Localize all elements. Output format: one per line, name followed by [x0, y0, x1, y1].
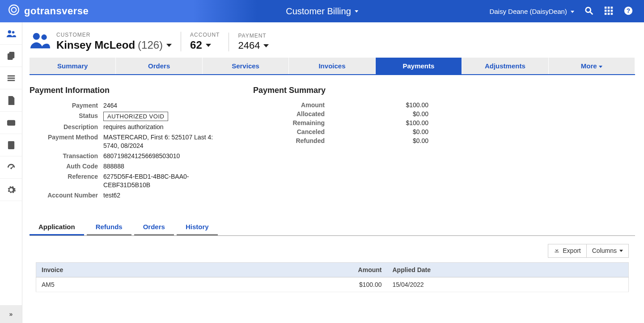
- table-toolbar: Export Columns: [36, 244, 629, 258]
- svg-rect-9: [611, 9, 613, 12]
- info-row: Descriptionrequires authorization: [30, 123, 226, 131]
- summary-value: $0.00: [325, 128, 432, 135]
- chevron-down-icon: [355, 10, 358, 13]
- svg-rect-6: [611, 6, 613, 8]
- chevron-down-icon: [599, 66, 602, 68]
- info-value: MASTERCARD, First 6: 525107 Last 4: 5740…: [103, 133, 226, 150]
- search-button[interactable]: [584, 6, 594, 17]
- table-row[interactable]: AM5$100.0015/04/2022: [36, 277, 629, 292]
- summary-row: Refunded$0.00: [253, 137, 432, 144]
- info-label: Description: [30, 123, 103, 131]
- customer-id: (126): [138, 39, 163, 51]
- info-value: 2464: [103, 101, 226, 110]
- col-amount[interactable]: Amount: [334, 262, 387, 277]
- nav-dashboard[interactable]: [0, 156, 22, 179]
- apps-button[interactable]: [604, 6, 614, 17]
- subtab-history[interactable]: History: [177, 218, 218, 235]
- nav-customers[interactable]: [0, 22, 22, 45]
- summary-row: Allocated$0.00: [253, 110, 432, 117]
- chevron-down-icon: [166, 44, 172, 47]
- apps-grid-icon: [604, 6, 614, 17]
- info-row: Payment2464: [30, 101, 226, 110]
- summary-label: Amount: [253, 101, 325, 109]
- cell-amount: $100.00: [334, 277, 387, 292]
- info-label: Auth Code: [30, 162, 103, 171]
- info-label: Account Number: [30, 191, 103, 200]
- tab-services[interactable]: Services: [203, 58, 289, 74]
- summary-row: Amount$100.00: [253, 101, 432, 109]
- info-row: Account Numbertest62: [30, 191, 226, 200]
- tab-invoices[interactable]: Invoices: [289, 58, 375, 74]
- svg-rect-5: [608, 6, 610, 8]
- summary-value: $100.00: [325, 119, 432, 126]
- tab-label: Payments: [402, 62, 434, 70]
- tab-summary[interactable]: Summary: [30, 58, 116, 74]
- customer-name: Kinsey McLeod: [56, 39, 135, 51]
- info-value: test62: [103, 191, 226, 200]
- brand[interactable]: gotransverse: [0, 4, 97, 18]
- svg-text:?: ?: [627, 7, 630, 14]
- svg-rect-10: [605, 13, 607, 15]
- info-row: Payment MethodMASTERCARD, First 6: 52510…: [30, 133, 226, 150]
- help-button[interactable]: ?: [623, 6, 633, 17]
- nav-settings[interactable]: [0, 179, 22, 201]
- subtab-orders[interactable]: Orders: [134, 218, 174, 235]
- summary-label: Refunded: [253, 137, 325, 144]
- summary-row: Canceled$0.00: [253, 128, 432, 135]
- account-selector[interactable]: 62: [190, 39, 220, 51]
- tab-label: Orders: [148, 62, 170, 70]
- subtab-application[interactable]: Application: [30, 218, 84, 235]
- subtab-refunds[interactable]: Refunds: [87, 218, 131, 235]
- svg-point-0: [9, 5, 19, 15]
- user-menu[interactable]: Daisy Deane (DaisyDean): [489, 8, 574, 15]
- tab-label: Adjustments: [485, 62, 525, 70]
- main-tabs: Summary Orders Services Invoices Payment…: [30, 58, 635, 75]
- help-icon: ?: [623, 6, 633, 17]
- user-display: Daisy Deane (DaisyDean): [489, 8, 567, 15]
- subtab-label: Orders: [143, 223, 165, 231]
- info-row: Reference6275D5F4-EBD1-4B8C-BAA0-CEBF31D…: [30, 172, 226, 189]
- svg-rect-26: [8, 141, 14, 149]
- info-value: requires authorization: [103, 123, 226, 131]
- summary-value: $0.00: [325, 110, 432, 117]
- svg-rect-19: [7, 75, 15, 76]
- main-content: CUSTOMER Kinsey McLeod (126) ACCOUNT 62 …: [22, 22, 644, 323]
- context-header: CUSTOMER Kinsey McLeod (126) ACCOUNT 62 …: [30, 29, 635, 51]
- subtab-label: History: [186, 223, 209, 231]
- info-label: Reference: [30, 172, 103, 189]
- payment-selector[interactable]: 2464: [238, 40, 269, 51]
- info-label: Status: [30, 112, 103, 122]
- svg-line-3: [590, 12, 593, 14]
- payment-label: PAYMENT: [238, 33, 269, 39]
- nav-card[interactable]: [0, 112, 22, 134]
- nav-document[interactable]: [0, 89, 22, 112]
- export-button[interactable]: Export: [548, 244, 586, 258]
- svg-rect-36: [555, 252, 559, 252]
- svg-rect-21: [7, 80, 15, 81]
- svg-rect-4: [605, 6, 607, 8]
- sidenav-collapse-toggle[interactable]: »: [0, 305, 22, 323]
- subtab-label: Refunds: [96, 223, 123, 231]
- nav-copy[interactable]: [0, 45, 22, 67]
- svg-rect-7: [605, 9, 607, 12]
- columns-button[interactable]: Columns: [587, 244, 629, 258]
- tab-adjustments[interactable]: Adjustments: [462, 58, 548, 74]
- application-table: Invoice Amount Applied Date AM5$100.0015…: [36, 262, 629, 292]
- col-invoice[interactable]: Invoice: [36, 262, 334, 277]
- svg-rect-8: [608, 9, 610, 12]
- chevron-down-icon: [619, 250, 623, 252]
- page-title-dropdown[interactable]: Customer Billing: [286, 6, 358, 17]
- tab-orders[interactable]: Orders: [116, 58, 202, 74]
- summary-label: Allocated: [253, 110, 325, 117]
- tab-more[interactable]: More: [549, 58, 635, 74]
- customer-selector[interactable]: Kinsey McLeod (126): [56, 39, 172, 51]
- tab-payments[interactable]: Payments: [376, 58, 462, 74]
- sidenav: »: [0, 22, 22, 323]
- cell-applied-date: 15/04/2022: [387, 277, 629, 292]
- col-applied-date[interactable]: Applied Date: [387, 262, 629, 277]
- info-row: StatusAUTHORIZED VOID: [30, 112, 226, 122]
- nav-calculator[interactable]: [0, 134, 22, 156]
- info-label: Transaction: [30, 152, 103, 160]
- nav-list[interactable]: [0, 67, 22, 89]
- svg-point-16: [12, 31, 14, 34]
